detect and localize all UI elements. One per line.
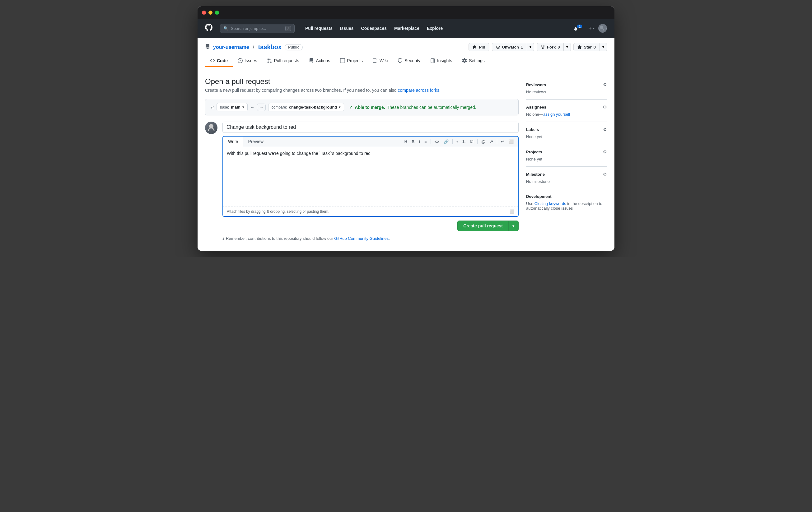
closing-keywords-link[interactable]: Closing keywords [534, 201, 566, 206]
pr-form-body: Write Preview H B I ≡ <> 🔗 [223, 122, 519, 241]
undo-btn[interactable]: ↩ [499, 138, 506, 145]
community-guidelines-link[interactable]: GitHub Community Guidelines [334, 236, 388, 241]
italic-btn[interactable]: I [417, 138, 422, 145]
search-bar[interactable]: 🔍 Search or jump to... / [220, 24, 295, 33]
bold-btn[interactable]: B [410, 138, 416, 145]
milestone-gear[interactable]: ⚙ [603, 172, 607, 177]
repo-owner[interactable]: your-username [213, 44, 249, 50]
assign-yourself-link[interactable]: assign yourself [543, 112, 570, 117]
tab-security-label: Security [404, 58, 420, 63]
pr-form: Write Preview H B I ≡ <> 🔗 [205, 122, 519, 241]
repo-name[interactable]: taskbox [258, 43, 282, 51]
tab-issues[interactable]: Issues [233, 55, 262, 67]
star-group: Star 0 ▾ [573, 43, 607, 51]
star-button[interactable]: Star 0 [573, 43, 600, 51]
heading-btn[interactable]: H [403, 138, 409, 145]
repo-title-row: your-username / taskbox Public Pin Unwat… [205, 43, 607, 51]
fullscreen-btn[interactable]: ⬜ [507, 138, 516, 145]
reviewers-section: Reviewers ⚙ No reviews [526, 77, 607, 99]
labels-gear[interactable]: ⚙ [603, 127, 607, 132]
development-description: Use Closing keywords in the description … [526, 201, 602, 211]
unordered-list-btn[interactable]: • [455, 138, 460, 145]
editor-tabs: Write Preview H B I ≡ <> 🔗 [223, 137, 518, 147]
tab-code[interactable]: Code [205, 55, 233, 67]
main-content: Open a pull request Create a new pull re… [198, 67, 614, 251]
milestone-value: No milestone [526, 179, 550, 184]
star-caret[interactable]: ▾ [600, 43, 607, 51]
compare-branch-select[interactable]: compare: change-task-background ▾ [268, 103, 344, 111]
merge-status-bold: Able to merge. [355, 105, 385, 110]
reference-btn[interactable]: ↗ [488, 138, 495, 145]
attach-text: Attach files by dragging & dropping, sel… [227, 209, 329, 214]
page-subtitle: Create a new pull request by comparing c… [205, 88, 519, 93]
navbar-issues[interactable]: Issues [337, 24, 357, 33]
fork-count: 0 [557, 45, 560, 50]
pr-body-textarea[interactable]: With this pull request we're going to ch… [223, 147, 518, 206]
quote-btn[interactable]: ≡ [423, 138, 429, 145]
file-attach-area[interactable]: Attach files by dragging & dropping, sel… [223, 207, 518, 216]
close-button[interactable] [202, 10, 206, 14]
development-header: Development [526, 194, 607, 199]
assignees-header: Assignees ⚙ [526, 104, 607, 110]
task-list-btn[interactable]: ☑ [468, 138, 475, 145]
watch-group: Unwatch 1 ▾ [492, 43, 534, 51]
base-chevron: ▾ [242, 105, 244, 109]
code-btn[interactable]: <> [433, 138, 441, 145]
fork-button[interactable]: Fork 0 [536, 43, 564, 51]
projects-title: Projects [526, 150, 542, 154]
create-pr-button[interactable]: Create pull request [457, 220, 509, 231]
reviewers-title: Reviewers [526, 83, 546, 87]
mention-btn[interactable]: @ [480, 138, 487, 145]
base-label: base: [220, 105, 229, 110]
add-button[interactable]: + ▾ [588, 25, 594, 32]
ellipsis-button[interactable]: ··· [257, 103, 266, 111]
tab-insights[interactable]: Insights [425, 55, 457, 67]
notification-button[interactable]: 1 [573, 26, 585, 31]
tab-pull-requests[interactable]: Pull requests [262, 55, 304, 67]
tab-issues-label: Issues [244, 58, 257, 63]
ordered-list-btn[interactable]: 1. [460, 138, 467, 145]
pin-button[interactable]: Pin [468, 43, 489, 51]
search-icon: 🔍 [223, 26, 228, 31]
assignees-title: Assignees [526, 105, 546, 110]
tab-actions[interactable]: Actions [304, 55, 335, 67]
tab-wiki-label: Wiki [380, 58, 388, 63]
compare-forks-link[interactable]: compare across forks. [398, 88, 440, 93]
maximize-button[interactable] [215, 10, 219, 14]
tab-security[interactable]: Security [393, 55, 425, 67]
user-avatar[interactable]: ▾ [598, 24, 607, 33]
github-logo[interactable] [205, 24, 212, 33]
repo-header: your-username / taskbox Public Pin Unwat… [198, 38, 614, 67]
star-label: Star [584, 45, 591, 50]
preview-tab[interactable]: Preview [243, 137, 268, 147]
projects-gear[interactable]: ⚙ [603, 149, 607, 154]
link-btn[interactable]: 🔗 [442, 138, 451, 145]
pr-title-input[interactable] [223, 122, 519, 133]
left-arrow-icon: ← [250, 105, 255, 110]
labels-section: Labels ⚙ None yet [526, 122, 607, 144]
development-title: Development [526, 194, 552, 199]
minimize-button[interactable] [208, 10, 212, 14]
base-branch-select[interactable]: base: main ▾ [216, 103, 248, 111]
development-section: Development Use Closing keywords in the … [526, 189, 607, 216]
tab-code-label: Code [217, 58, 228, 63]
fork-caret[interactable]: ▾ [564, 43, 571, 51]
navbar-pull-requests[interactable]: Pull requests [302, 24, 336, 33]
watch-caret[interactable]: ▾ [527, 43, 534, 51]
tab-settings-label: Settings [469, 58, 485, 63]
repo-icon [205, 44, 210, 51]
create-pr-caret[interactable]: ▾ [509, 220, 519, 231]
write-tab[interactable]: Write [223, 137, 243, 147]
navbar-codespaces[interactable]: Codespaces [358, 24, 390, 33]
tab-settings[interactable]: Settings [457, 55, 490, 67]
navbar-explore[interactable]: Explore [424, 24, 446, 33]
navbar-marketplace[interactable]: Marketplace [391, 24, 423, 33]
milestone-title: Milestone [526, 172, 545, 177]
tab-projects[interactable]: Projects [335, 55, 368, 67]
watch-button[interactable]: Unwatch 1 [492, 43, 527, 51]
tab-wiki[interactable]: Wiki [368, 55, 393, 67]
reviewers-gear[interactable]: ⚙ [603, 82, 607, 87]
assignees-gear[interactable]: ⚙ [603, 104, 607, 110]
create-btn-group: Create pull request ▾ [457, 220, 519, 231]
navbar: 🔍 Search or jump to... / Pull requests I… [198, 19, 614, 38]
